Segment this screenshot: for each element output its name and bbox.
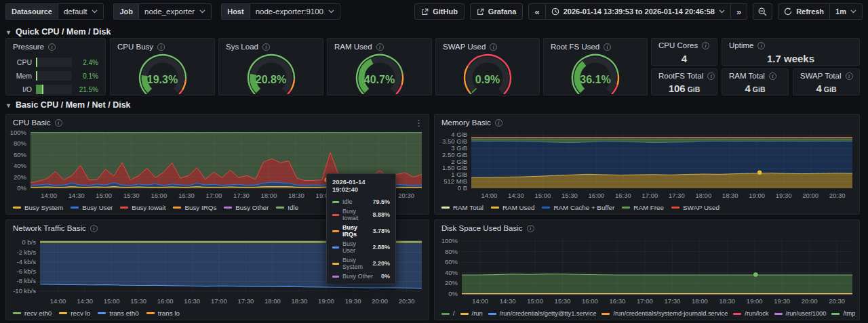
toolbar-right: GitHub Grafana « 2026-01-14 13:39:53 to …	[414, 3, 863, 20]
memory-basic-chart[interactable]: 0 B512 MiB1 GiB1.50 GiB2 GiB2.50 GiB3 Gi…	[435, 114, 859, 214]
panel-title: RootFS Total	[658, 72, 703, 80]
datasource-value-dropdown[interactable]: default	[58, 3, 104, 20]
chevron-down-icon	[328, 9, 334, 14]
tooltip-row: Busy IRQs3.78%	[327, 223, 395, 239]
legend-item[interactable]: trans lo	[146, 309, 180, 317]
legend-label: /run/credentials/getty@tty1.service	[500, 310, 597, 317]
svg-text:0%: 0%	[448, 290, 458, 297]
info-icon[interactable]: i	[707, 72, 715, 80]
legend-item[interactable]: trans eth0	[98, 309, 139, 317]
svg-text:15:30: 15:30	[561, 192, 578, 199]
svg-text:16:30: 16:30	[610, 297, 626, 305]
svg-text:16:00: 16:00	[151, 192, 167, 199]
legend-item[interactable]: /run/user/1000	[774, 310, 827, 317]
swap-used-gauge-panel: SWAP Usedi 0.9%	[435, 38, 540, 95]
stat-value: 1.7 weeks	[722, 53, 859, 64]
info-icon[interactable]: i	[769, 72, 776, 80]
section-quick-cpu-mem-disk[interactable]: ▾ Quick CPU / Mem / Disk	[7, 27, 111, 37]
section-basic-cpu-mem-net-disk[interactable]: ▾ Basic CPU / Mem / Net / Disk	[7, 100, 131, 110]
info-icon[interactable]: i	[48, 43, 56, 51]
svg-text:14:30: 14:30	[508, 192, 524, 199]
info-icon[interactable]: i	[262, 43, 270, 51]
legend-item[interactable]: RAM Used	[491, 204, 534, 211]
zoom-out-button[interactable]	[753, 3, 772, 20]
svg-text:16:00: 16:00	[588, 192, 604, 199]
svg-text:17:00: 17:00	[205, 192, 222, 199]
svg-text:15:00: 15:00	[527, 297, 543, 305]
info-icon[interactable]: i	[376, 43, 384, 51]
svg-text:17:30: 17:30	[237, 297, 254, 305]
svg-text:20:00: 20:00	[372, 297, 388, 305]
stat-value: 4GiB	[793, 83, 859, 94]
svg-text:15:00: 15:00	[104, 297, 120, 305]
tooltip-row: Idle79.5%	[327, 197, 395, 207]
refresh-button[interactable]: Refresh	[778, 4, 829, 19]
legend-item[interactable]: /run/lock	[733, 310, 768, 317]
svg-text:15:30: 15:30	[555, 297, 571, 305]
legend-item[interactable]: Busy IRQs	[173, 204, 216, 211]
legend-item[interactable]: recv lo	[59, 309, 90, 317]
info-icon[interactable]: i	[846, 72, 853, 80]
info-icon[interactable]: i	[157, 43, 165, 51]
root-fs-used-gauge-panel: Root FS Usedi 36.1%	[543, 38, 648, 95]
legend-item[interactable]: RAM Total	[441, 204, 484, 211]
svg-text:19:30: 19:30	[345, 297, 361, 305]
time-shift-back-button[interactable]: «	[529, 4, 545, 19]
legend-item[interactable]: RAM Cache + Buffer	[542, 204, 614, 211]
tooltip-series-value: 79.5%	[372, 198, 390, 205]
svg-text:19:00: 19:00	[747, 297, 763, 305]
time-range-picker[interactable]: 2026-01-14 13:39:53 to 2026-01-14 20:46:…	[545, 4, 730, 19]
legend-item[interactable]: /	[441, 310, 455, 317]
svg-text:-4 kb/s: -4 kb/s	[16, 258, 36, 265]
tooltip-row: Busy Other0%	[327, 272, 395, 281]
legend-item[interactable]: SWAP Used	[671, 204, 719, 211]
legend-label: /run/lock	[745, 310, 768, 317]
grafana-link-button[interactable]: Grafana	[470, 3, 524, 20]
svg-text:19:30: 19:30	[776, 192, 792, 199]
legend-label: /run/user/1000	[786, 310, 827, 317]
svg-text:1 GiB: 1 GiB	[451, 171, 467, 178]
legend-item[interactable]: Busy Iowait	[120, 204, 165, 211]
info-icon[interactable]: i	[757, 42, 765, 49]
github-link-button[interactable]: GitHub	[414, 3, 465, 20]
legend-label: recv eth0	[24, 309, 52, 317]
network-traffic-legend: recv eth0recv lotrans eth0trans lo	[13, 309, 425, 317]
legend-item[interactable]: /run/credentials/getty@tty1.service	[488, 310, 597, 317]
time-range-text: 2026-01-14 13:39:53 to 2026-01-14 20:46:…	[564, 7, 715, 16]
svg-text:3 GiB: 3 GiB	[451, 144, 467, 152]
legend-swatch	[460, 313, 469, 315]
refresh-interval-dropdown[interactable]: 1m	[829, 4, 862, 19]
svg-text:4 GiB: 4 GiB	[451, 131, 467, 138]
info-icon[interactable]: i	[604, 43, 611, 51]
legend-swatch	[441, 207, 450, 209]
legend-item[interactable]: RAM Free	[622, 204, 664, 211]
disk-space-chart[interactable]: 0%20%40%60%80%100%14:0014:3015:0015:3016…	[435, 220, 859, 320]
swap-total-stat-panel: SWAP Totali 4GiB	[793, 68, 860, 95]
svg-text:18:00: 18:00	[695, 192, 711, 199]
tooltip-row: Busy User2.88%	[327, 239, 395, 255]
info-icon[interactable]: i	[490, 43, 497, 51]
legend-item[interactable]: Busy User	[71, 204, 113, 211]
svg-text:18:00: 18:00	[692, 297, 708, 305]
job-value-dropdown[interactable]: node_exporter	[138, 3, 212, 20]
svg-text:14:30: 14:30	[500, 297, 516, 305]
legend-item[interactable]: /run	[460, 310, 483, 317]
legend-item[interactable]: Busy System	[13, 204, 63, 211]
legend-item[interactable]: recv eth0	[13, 309, 52, 317]
info-icon[interactable]: i	[702, 42, 709, 49]
svg-text:16:30: 16:30	[178, 192, 195, 199]
time-shift-forward-button[interactable]: »	[730, 4, 747, 19]
legend-item[interactable]: Idle	[276, 204, 298, 211]
chevron-down-icon: ▾	[7, 28, 10, 36]
legend-item[interactable]: Busy Other	[224, 204, 269, 211]
legend-item[interactable]: /run/credentials/systemd-journald.servic…	[601, 310, 728, 317]
tooltip-series-swatch	[332, 230, 339, 232]
svg-text:20%: 20%	[14, 173, 27, 181]
uptime-stat-panel: Uptimei 1.7 weeks	[722, 38, 860, 66]
host-value: node-exporter:9100	[256, 7, 323, 16]
chevron-down-icon: ▾	[7, 102, 10, 109]
legend-item[interactable]: /tmp	[831, 310, 855, 317]
gauge-value: 40.7%	[328, 74, 431, 86]
host-value-dropdown[interactable]: node-exporter:9100	[250, 3, 340, 20]
pressure-row-value: 21.5%	[76, 86, 98, 93]
